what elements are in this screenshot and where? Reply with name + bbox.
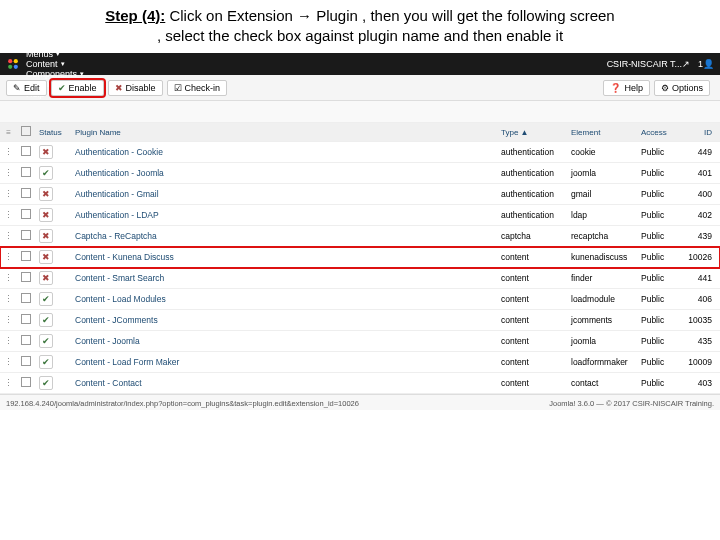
plugin-name-link[interactable]: Authentication - Gmail [75, 189, 159, 199]
status-enabled-icon[interactable]: ✔ [39, 166, 53, 180]
site-name-link[interactable]: CSIR-NISCAIR T... ↗ [607, 59, 690, 69]
drag-handle[interactable]: ⋮ [0, 373, 17, 394]
cell-access: Public [637, 373, 682, 394]
cell-access: Public [637, 205, 682, 226]
row-checkbox[interactable] [21, 146, 31, 156]
help-button[interactable]: ❓Help [603, 80, 650, 96]
plugins-table: ≡ Status Plugin Name Type ▲ Element Acce… [0, 123, 720, 394]
table-row: ⋮✔Content - JCommentscontentjcommentsPub… [0, 310, 720, 331]
svg-point-0 [8, 59, 12, 63]
plugin-name-link[interactable]: Content - JComments [75, 315, 158, 325]
plugin-name-link[interactable]: Content - Smart Search [75, 273, 164, 283]
plugin-name-link[interactable]: Content - Load Modules [75, 294, 166, 304]
cell-access: Public [637, 247, 682, 268]
drag-handle[interactable]: ⋮ [0, 352, 17, 373]
row-checkbox[interactable] [21, 377, 31, 387]
drag-handle[interactable]: ⋮ [0, 268, 17, 289]
cell-id: 402 [682, 205, 720, 226]
cell-type: captcha [497, 226, 567, 247]
plugin-name-link[interactable]: Authentication - Cookie [75, 147, 163, 157]
plugin-name-link[interactable]: Content - Load Form Maker [75, 357, 179, 367]
cell-type: content [497, 268, 567, 289]
options-button[interactable]: ⚙Options [654, 80, 710, 96]
cell-id: 439 [682, 226, 720, 247]
disable-button[interactable]: ✖Disable [108, 80, 163, 96]
action-toolbar: ✎Edit ✔Enable ✖Disable ☑Check-in ❓Help ⚙… [0, 75, 720, 101]
status-disabled-icon[interactable]: ✖ [39, 145, 53, 159]
table-row: ⋮✖Authentication - LDAPauthenticationlda… [0, 205, 720, 226]
row-checkbox[interactable] [21, 230, 31, 240]
svg-point-3 [14, 65, 18, 69]
drag-handle[interactable]: ⋮ [0, 205, 17, 226]
cell-element: recaptcha [567, 226, 637, 247]
table-row: ⋮✔Authentication - Joomlaauthenticationj… [0, 163, 720, 184]
row-checkbox[interactable] [21, 335, 31, 345]
row-checkbox[interactable] [21, 251, 31, 261]
drag-handle[interactable]: ⋮ [0, 289, 17, 310]
drag-handle[interactable]: ⋮ [0, 142, 17, 163]
table-row: ⋮✖Authentication - Cookieauthenticationc… [0, 142, 720, 163]
cross-icon: ✖ [115, 83, 123, 93]
admin-menu-menus[interactable]: Menus▾ [26, 49, 84, 59]
row-checkbox[interactable] [21, 356, 31, 366]
row-checkbox[interactable] [21, 167, 31, 177]
status-enabled-icon[interactable]: ✔ [39, 313, 53, 327]
cell-id: 400 [682, 184, 720, 205]
help-icon: ❓ [610, 83, 621, 93]
drag-handle[interactable]: ⋮ [0, 226, 17, 247]
drag-handle[interactable]: ⋮ [0, 184, 17, 205]
col-type[interactable]: Type ▲ [497, 123, 567, 142]
admin-top-bar: System▾Users▾Menus▾Content▾Components▾Ex… [0, 53, 720, 75]
user-count[interactable]: 1 👤 [698, 59, 714, 69]
col-element[interactable]: Element [567, 123, 637, 142]
cell-access: Public [637, 352, 682, 373]
plugin-name-link[interactable]: Content - Joomla [75, 336, 140, 346]
table-row: ⋮✖Content - Smart SearchcontentfinderPub… [0, 268, 720, 289]
plugin-name-link[interactable]: Captcha - ReCaptcha [75, 231, 157, 241]
plugin-name-link[interactable]: Authentication - LDAP [75, 210, 159, 220]
status-disabled-icon[interactable]: ✖ [39, 208, 53, 222]
col-access[interactable]: Access [637, 123, 682, 142]
col-status[interactable]: Status [35, 123, 71, 142]
status-disabled-icon[interactable]: ✖ [39, 229, 53, 243]
drag-handle[interactable]: ⋮ [0, 163, 17, 184]
status-disabled-icon[interactable]: ✖ [39, 187, 53, 201]
drag-handle[interactable]: ⋮ [0, 247, 17, 268]
status-disabled-icon[interactable]: ✖ [39, 250, 53, 264]
enable-button[interactable]: ✔Enable [51, 80, 104, 96]
user-icon: 👤 [703, 59, 714, 69]
cell-id: 435 [682, 331, 720, 352]
checkin-button[interactable]: ☑Check-in [167, 80, 228, 96]
plugin-name-link[interactable]: Content - Kunena Discuss [75, 252, 174, 262]
admin-menu-components[interactable]: Components▾ [26, 69, 84, 79]
row-checkbox[interactable] [21, 209, 31, 219]
admin-menu-users[interactable]: Users▾ [26, 39, 84, 49]
admin-menu-content[interactable]: Content▾ [26, 59, 84, 69]
cell-element: loadmodule [567, 289, 637, 310]
status-disabled-icon[interactable]: ✖ [39, 271, 53, 285]
row-checkbox[interactable] [21, 314, 31, 324]
plugin-name-link[interactable]: Authentication - Joomla [75, 168, 164, 178]
drag-handle[interactable]: ⋮ [0, 310, 17, 331]
row-checkbox[interactable] [21, 272, 31, 282]
row-checkbox[interactable] [21, 293, 31, 303]
check-all-checkbox[interactable] [21, 126, 31, 136]
admin-menu-system[interactable]: System▾ [26, 29, 84, 39]
col-check-all[interactable] [17, 123, 35, 142]
drag-handle[interactable]: ⋮ [0, 331, 17, 352]
instruction-block: Step (4): Click on Extension → Plugin , … [0, 0, 720, 53]
status-enabled-icon[interactable]: ✔ [39, 292, 53, 306]
cell-type: content [497, 310, 567, 331]
row-checkbox[interactable] [21, 188, 31, 198]
status-enabled-icon[interactable]: ✔ [39, 376, 53, 390]
plugin-name-link[interactable]: Content - Contact [75, 378, 142, 388]
status-enabled-icon[interactable]: ✔ [39, 355, 53, 369]
col-plugin-name[interactable]: Plugin Name [71, 123, 497, 142]
cell-access: Public [637, 289, 682, 310]
edit-button[interactable]: ✎Edit [6, 80, 47, 96]
cell-element: jcomments [567, 310, 637, 331]
joomla-logo-icon [6, 57, 20, 71]
col-id[interactable]: ID [682, 123, 720, 142]
col-sort-handle[interactable]: ≡ [0, 123, 17, 142]
status-enabled-icon[interactable]: ✔ [39, 334, 53, 348]
